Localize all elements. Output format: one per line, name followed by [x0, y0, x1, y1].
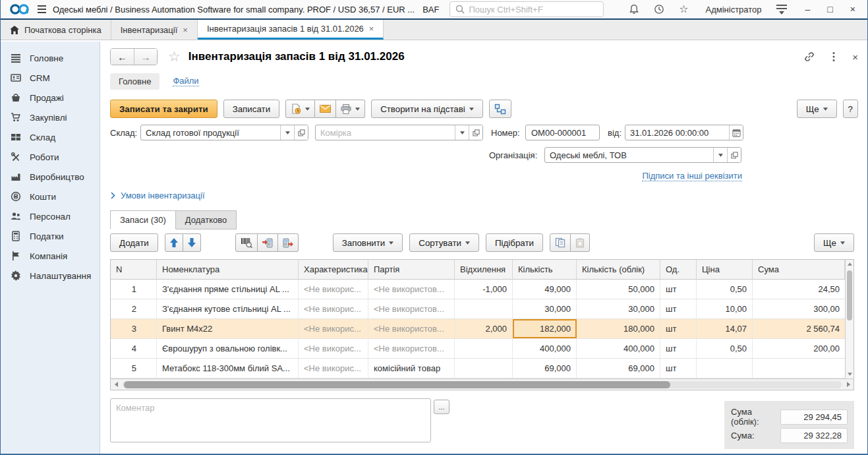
- warehouse-field[interactable]: Склад готової продукції: [140, 125, 308, 140]
- nav-tab-main[interactable]: Головне: [110, 73, 159, 90]
- warehouse-dropdown-icon[interactable]: [280, 125, 294, 140]
- cell-dropdown-icon[interactable]: [455, 125, 469, 140]
- tab-inventories-list[interactable]: Інвентаризації ×: [111, 20, 198, 40]
- more-button[interactable]: Ще: [797, 100, 837, 118]
- forward-button[interactable]: →: [134, 49, 157, 65]
- conditions-expander[interactable]: Умови інвентаризації: [110, 191, 205, 200]
- sidebar-item-production[interactable]: Виробництво: [1, 167, 100, 187]
- table-row[interactable]: 1 З'єднання пряме стільниці AL ... <Не в…: [111, 280, 845, 299]
- table-row[interactable]: 4 Єврошуруп з овальною голівк... <Не вик…: [111, 339, 845, 359]
- window-maximize-button[interactable]: □: [827, 4, 832, 15]
- sort-button[interactable]: Сортувати: [409, 233, 479, 252]
- main-menu-icon[interactable]: [38, 5, 46, 13]
- organization-open-icon[interactable]: [727, 148, 741, 162]
- col-sum[interactable]: Сума: [753, 260, 845, 279]
- number-field[interactable]: ОМ00-000001: [525, 125, 600, 140]
- window-close-button[interactable]: ×: [850, 4, 855, 15]
- scroll-right-icon[interactable]: [843, 382, 854, 387]
- search-input[interactable]: [469, 5, 598, 15]
- paste-rows-button[interactable]: [571, 233, 590, 252]
- signatures-link[interactable]: Підписи та інші реквізити: [642, 171, 742, 181]
- unload-to-terminal-button[interactable]: [278, 233, 299, 252]
- selected-cell[interactable]: 182,000: [513, 319, 577, 338]
- table-row-selected[interactable]: 3 Гвинт М4х22 <Не викорис... <Не викорис…: [111, 319, 845, 339]
- sidebar-item-company[interactable]: Компанія: [1, 246, 100, 266]
- organization-dropdown-icon[interactable]: [713, 148, 727, 162]
- sidebar-item-sales[interactable]: Продажі: [1, 88, 100, 107]
- col-nomenclature[interactable]: Номенклатура: [157, 260, 299, 279]
- col-unit[interactable]: Од.: [660, 260, 697, 279]
- tab-additional[interactable]: Додатково: [175, 210, 237, 229]
- move-row-down-button[interactable]: [183, 233, 201, 252]
- document-structure-button[interactable]: [489, 100, 511, 118]
- horizontal-scrollbar[interactable]: [111, 379, 854, 390]
- sidebar-item-warehouse[interactable]: Склад: [1, 127, 100, 147]
- table-row[interactable]: 2 З'єднання кутове стільниці AL ... <Не …: [111, 299, 845, 319]
- cell-field[interactable]: Комірка: [315, 125, 483, 140]
- tab-home[interactable]: Початкова сторінка: [1, 20, 111, 40]
- fill-button[interactable]: Заповнити: [333, 233, 403, 252]
- load-from-terminal-button[interactable]: [258, 233, 278, 252]
- comment-expand-button[interactable]: ...: [434, 400, 449, 414]
- calendar-icon[interactable]: [729, 125, 743, 140]
- sidebar-item-crm[interactable]: CRM: [1, 68, 100, 88]
- create-based-on-button[interactable]: Створити на підставі: [371, 100, 483, 118]
- sidebar-item-taxes[interactable]: Податки: [1, 226, 100, 246]
- window-minimize-button[interactable]: –: [805, 4, 811, 15]
- col-quantity[interactable]: Кількість: [513, 260, 577, 279]
- date-field[interactable]: 31.01.2026 00:00:00: [625, 125, 743, 140]
- tab-inventory-document[interactable]: Інвентаризація запасів 1 від 31.01.2026 …: [198, 20, 384, 40]
- sidebar-item-works[interactable]: Роботи: [1, 147, 100, 167]
- tab-stock[interactable]: Запаси (30): [110, 210, 176, 229]
- tab-close-icon[interactable]: ×: [183, 25, 188, 35]
- comment-input[interactable]: [111, 399, 430, 442]
- back-button[interactable]: ←: [111, 49, 134, 65]
- favorites-star-icon[interactable]: ☆: [679, 4, 688, 15]
- move-row-up-button[interactable]: [165, 233, 183, 252]
- col-deviation[interactable]: Відхилення: [455, 260, 513, 279]
- notifications-bell-icon[interactable]: [629, 4, 639, 15]
- pick-button[interactable]: Підібрати: [486, 233, 543, 252]
- get-link-icon[interactable]: [803, 51, 815, 63]
- tab-close-icon[interactable]: ×: [369, 24, 374, 34]
- col-n[interactable]: N: [111, 260, 157, 279]
- help-button[interactable]: ?: [843, 100, 858, 118]
- vertical-scrollbar[interactable]: [845, 260, 854, 379]
- vertical-scroll-thumb[interactable]: [847, 270, 852, 320]
- current-user[interactable]: Адміністратор: [706, 5, 762, 15]
- horizontal-scroll-thumb[interactable]: [124, 381, 670, 388]
- sidebar-item-personnel[interactable]: Персонал: [1, 206, 100, 226]
- save-and-close-button[interactable]: Записати та закрити: [110, 100, 217, 118]
- scroll-down-icon[interactable]: [846, 370, 854, 379]
- save-button[interactable]: Записати: [223, 100, 279, 118]
- sidebar-item-main[interactable]: Головне: [1, 48, 100, 68]
- cell-open-icon[interactable]: [469, 125, 482, 140]
- sidebar-item-settings[interactable]: Налаштування: [1, 266, 100, 286]
- print-button[interactable]: [336, 100, 365, 118]
- warehouse-open-icon[interactable]: [294, 125, 308, 140]
- add-row-button[interactable]: Додати: [110, 233, 158, 252]
- comment-box[interactable]: [110, 398, 431, 442]
- copy-rows-button[interactable]: [550, 233, 571, 252]
- col-price[interactable]: Ціна: [697, 260, 753, 279]
- history-icon[interactable]: [654, 4, 664, 15]
- scroll-left-icon[interactable]: [111, 382, 121, 387]
- service-menu-icon[interactable]: [776, 5, 787, 15]
- more-menu-icon[interactable]: [832, 51, 835, 62]
- send-email-button[interactable]: [315, 100, 336, 118]
- organization-field[interactable]: Одеські меблі, ТОВ: [544, 147, 741, 163]
- col-quantity-acc[interactable]: Кількість (облік): [577, 260, 660, 279]
- sidebar-item-purchases[interactable]: Закупівлі: [1, 107, 100, 127]
- table-more-button[interactable]: Ще: [814, 233, 854, 252]
- close-form-icon[interactable]: ×: [852, 51, 858, 63]
- post-document-button[interactable]: [285, 100, 315, 118]
- favorite-star-icon[interactable]: ☆: [168, 49, 181, 65]
- global-search[interactable]: [449, 1, 604, 17]
- barcode-scan-button[interactable]: [235, 233, 258, 252]
- table-row[interactable]: 5 Метабокс 118-300мм білий SA... <Не вик…: [111, 359, 845, 379]
- nav-tab-files[interactable]: Файли: [173, 76, 198, 86]
- sidebar-item-money[interactable]: Кошти: [1, 187, 100, 206]
- col-characteristic[interactable]: Характеристика: [299, 260, 368, 279]
- scroll-up-icon[interactable]: [846, 260, 854, 268]
- col-batch[interactable]: Партія: [368, 260, 455, 279]
